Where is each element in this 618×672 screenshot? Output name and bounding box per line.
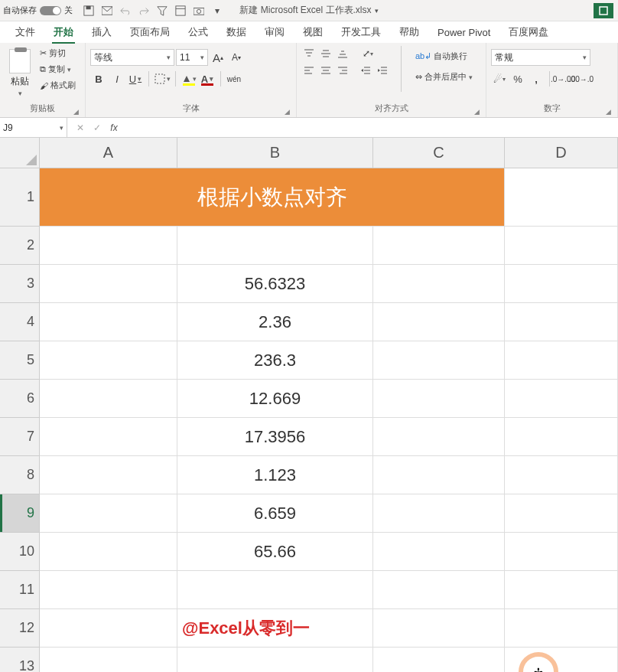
cell[interactable] (40, 341, 177, 380)
decrease-decimal-button[interactable]: .00→.0 (573, 70, 590, 87)
cell[interactable] (40, 380, 177, 418)
column-header-a[interactable]: A (40, 138, 177, 168)
form-icon[interactable] (174, 4, 187, 18)
tab-power-pivot[interactable]: Power Pivot (428, 22, 499, 43)
cell[interactable] (373, 494, 505, 533)
cell[interactable] (177, 648, 373, 672)
select-all-corner[interactable] (0, 138, 40, 168)
fill-color-button[interactable]: ▾ (181, 70, 197, 87)
formula-input[interactable] (127, 118, 618, 137)
copy-button[interactable]: ⧉复制▾ (37, 62, 79, 77)
cut-button[interactable]: ✂剪切 (37, 46, 79, 60)
cell[interactable]: 17.3956 (177, 418, 373, 456)
row-header[interactable]: 10 (0, 533, 40, 571)
cell[interactable] (40, 265, 177, 303)
cell[interactable] (505, 380, 618, 418)
merge-center-button[interactable]: ⇔合并后居中▾ (412, 70, 476, 84)
redo-icon[interactable] (137, 4, 151, 18)
tab-data[interactable]: 数据 (217, 21, 255, 44)
cell[interactable] (505, 533, 618, 571)
cell[interactable] (505, 456, 618, 494)
align-top-button[interactable] (301, 46, 317, 61)
underline-button[interactable]: U▾ (127, 70, 144, 87)
cell[interactable]: 236.3 (177, 341, 373, 380)
cell[interactable] (40, 609, 177, 648)
launcher-icon[interactable]: ◢ (285, 108, 290, 116)
font-size-combo[interactable]: 11▾ (176, 49, 208, 66)
camera-icon[interactable] (192, 4, 206, 18)
cell[interactable] (373, 418, 505, 456)
bold-button[interactable]: B (90, 70, 107, 87)
tab-home[interactable]: 开始 (44, 21, 83, 44)
cell[interactable]: @Excel从零到一 (177, 609, 373, 648)
row-header[interactable]: 8 (0, 456, 40, 494)
enter-icon[interactable]: ✓ (90, 122, 104, 133)
cell[interactable] (505, 494, 618, 533)
align-middle-button[interactable] (318, 46, 333, 61)
launcher-icon[interactable]: ◢ (474, 108, 480, 116)
cell[interactable] (505, 168, 618, 227)
cell[interactable] (505, 571, 618, 609)
window-maximize-button[interactable] (594, 3, 613, 18)
cell[interactable] (505, 648, 618, 672)
tab-insert[interactable]: 插入 (83, 21, 121, 44)
comma-style-button[interactable]: , (528, 70, 545, 87)
cell[interactable] (505, 418, 618, 456)
align-left-button[interactable] (301, 63, 317, 78)
cell[interactable] (373, 341, 505, 380)
row-header[interactable]: 4 (0, 303, 40, 341)
qat-more-icon[interactable]: ▾ (210, 4, 224, 18)
pinyin-guide-button[interactable]: wén (226, 70, 242, 87)
cell[interactable] (373, 648, 505, 672)
row-header[interactable]: 6 (0, 380, 40, 418)
font-name-combo[interactable]: 等线▾ (90, 49, 174, 66)
title-dropdown-icon[interactable]: ▾ (375, 7, 379, 15)
cell[interactable] (373, 571, 505, 609)
name-box-dropdown-icon[interactable]: ▾ (60, 124, 63, 132)
column-header-b[interactable]: B (177, 138, 373, 168)
decrease-indent-button[interactable] (358, 63, 373, 78)
format-painter-button[interactable]: 🖌格式刷 (37, 78, 79, 93)
filter-icon[interactable] (155, 4, 169, 18)
column-header-c[interactable]: C (373, 138, 505, 168)
increase-font-button[interactable]: A▴ (210, 49, 226, 66)
cell[interactable] (40, 494, 177, 533)
tab-formulas[interactable]: 公式 (179, 21, 217, 44)
toggle-switch[interactable] (40, 6, 61, 15)
cell[interactable] (373, 303, 505, 341)
paste-dropdown-icon[interactable]: ▾ (18, 90, 22, 97)
tab-baidu[interactable]: 百度网盘 (499, 21, 558, 44)
cell[interactable] (373, 265, 505, 303)
row-header[interactable]: 12 (0, 609, 40, 648)
cell[interactable] (177, 571, 373, 609)
cell[interactable] (373, 456, 505, 494)
autosave-toggle[interactable]: 自动保存 关 (3, 5, 73, 16)
cell[interactable] (40, 418, 177, 456)
cell[interactable] (40, 648, 177, 672)
align-bottom-button[interactable] (335, 46, 350, 61)
cell[interactable] (40, 571, 177, 609)
paste-button[interactable]: 粘贴 ▾ (5, 46, 35, 101)
increase-indent-button[interactable] (375, 63, 390, 78)
cell[interactable] (373, 380, 505, 418)
launcher-icon[interactable]: ◢ (73, 108, 79, 116)
tab-review[interactable]: 审阅 (255, 21, 294, 44)
font-color-button[interactable]: A▾ (199, 70, 216, 87)
align-right-button[interactable] (335, 63, 350, 78)
tab-page-layout[interactable]: 页面布局 (121, 21, 179, 44)
cell[interactable] (373, 609, 505, 648)
tab-help[interactable]: 帮助 (390, 21, 428, 44)
accounting-format-button[interactable]: ☄▾ (491, 70, 508, 87)
row-header[interactable]: 1 (0, 168, 40, 227)
cell[interactable]: 56.6323 (177, 265, 373, 303)
cell[interactable] (505, 303, 618, 341)
launcher-icon[interactable]: ◢ (606, 108, 611, 116)
row-header[interactable]: 3 (0, 265, 40, 303)
cell[interactable] (40, 456, 177, 494)
cell[interactable] (40, 227, 177, 265)
cell[interactable]: 12.669 (177, 380, 373, 418)
align-center-button[interactable] (318, 63, 333, 78)
save-icon[interactable] (82, 4, 96, 18)
row-header[interactable]: 7 (0, 418, 40, 456)
cell[interactable]: 65.66 (177, 533, 373, 571)
